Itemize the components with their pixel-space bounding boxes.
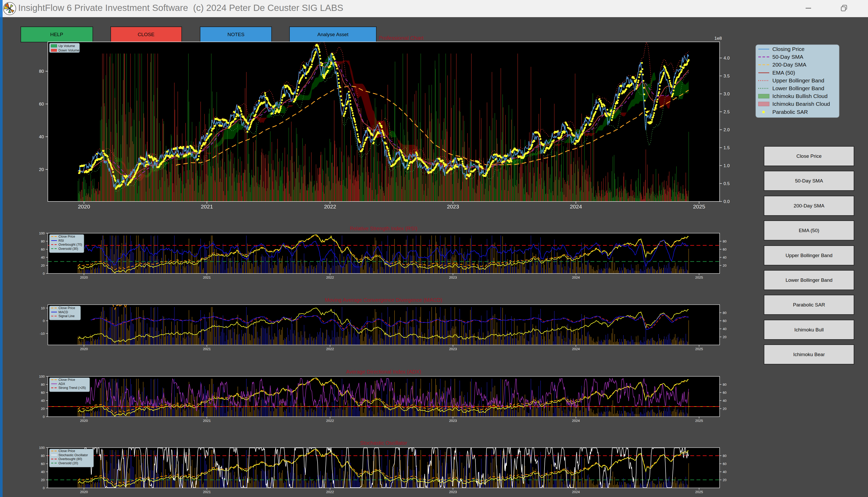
svg-text:2025: 2025 <box>695 275 703 280</box>
svg-text:200-Day SMA: 200-Day SMA <box>772 61 806 68</box>
svg-text:2024: 2024 <box>572 275 580 280</box>
svg-text:Close Price: Close Price <box>796 153 822 159</box>
svg-text:50-Day SMA: 50-Day SMA <box>772 54 803 60</box>
svg-text:2022: 2022 <box>326 419 334 423</box>
svg-text:20: 20 <box>723 478 726 482</box>
svg-text:40: 40 <box>41 399 45 403</box>
svg-text:2022: 2022 <box>326 275 334 280</box>
svg-text:2025: 2025 <box>693 203 705 210</box>
svg-text:50-Day SMA: 50-Day SMA <box>795 178 823 184</box>
svg-text:0: 0 <box>43 486 45 490</box>
svg-text:HELP: HELP <box>50 32 63 37</box>
svg-text:2021: 2021 <box>203 490 211 494</box>
svg-text:2.0: 2.0 <box>724 127 730 132</box>
svg-text:2023: 2023 <box>449 347 457 351</box>
svg-text:80: 80 <box>723 239 726 243</box>
svg-text:100: 100 <box>39 231 45 235</box>
svg-text:Lower Bollinger Band: Lower Bollinger Band <box>772 85 824 91</box>
svg-text:Close Price: Close Price <box>58 378 75 382</box>
svg-text:Parabolic SAR: Parabolic SAR <box>772 109 808 115</box>
svg-text:80: 80 <box>41 239 45 243</box>
svg-text:Overbought (70): Overbought (70) <box>58 243 82 246</box>
svg-text:Stochastic Oscillator: Stochastic Oscillator <box>360 440 407 446</box>
svg-text:40: 40 <box>723 470 726 474</box>
svg-text:0.5: 0.5 <box>724 181 730 186</box>
svg-text:Relative Strength Index (RSI): Relative Strength Index (RSI) <box>350 226 417 231</box>
svg-text:20: 20 <box>41 478 45 482</box>
svg-text:CLOSE: CLOSE <box>138 32 154 37</box>
svg-text:200-Day SMA: 200-Day SMA <box>794 203 825 209</box>
svg-text:2023: 2023 <box>449 275 457 280</box>
svg-text:10: 10 <box>41 306 45 310</box>
svg-text:Professional Chart: Professional Chart <box>379 35 424 41</box>
svg-text:Upper Bollinger Band: Upper Bollinger Band <box>786 253 833 258</box>
svg-text:Upper Bollinger Band: Upper Bollinger Band <box>772 77 824 83</box>
svg-text:InsightFlow 6 Private Investme: InsightFlow 6 Private Investment Softwar… <box>18 3 343 13</box>
svg-text:0: 0 <box>43 272 45 275</box>
svg-text:2020: 2020 <box>80 419 88 423</box>
svg-text:80: 80 <box>723 454 726 458</box>
svg-text:Ichimoku Bullish Cloud: Ichimoku Bullish Cloud <box>772 93 827 99</box>
svg-text:20: 20 <box>39 167 44 172</box>
svg-text:1.5: 1.5 <box>724 145 730 150</box>
svg-text:Average Directional Index (ADX: Average Directional Index (ADX) <box>346 369 421 374</box>
svg-text:Ichimoku Bull: Ichimoku Bull <box>794 327 824 332</box>
svg-text:60: 60 <box>723 319 726 323</box>
svg-text:60: 60 <box>41 391 45 395</box>
svg-text:100: 100 <box>39 446 45 450</box>
svg-text:2020: 2020 <box>80 347 88 351</box>
svg-text:2023: 2023 <box>447 203 459 210</box>
svg-text:40: 40 <box>41 256 45 259</box>
svg-text:60: 60 <box>41 462 45 466</box>
svg-text:2020: 2020 <box>80 490 88 494</box>
svg-text:2021: 2021 <box>203 275 211 280</box>
svg-text:40: 40 <box>41 470 45 474</box>
svg-text:20: 20 <box>723 264 726 268</box>
svg-text:60: 60 <box>41 247 45 251</box>
svg-text:20: 20 <box>41 407 45 411</box>
svg-text:Close Price: Close Price <box>58 306 75 310</box>
svg-text:60: 60 <box>723 247 726 251</box>
svg-text:80: 80 <box>39 69 44 74</box>
svg-text:3.0: 3.0 <box>724 91 730 97</box>
svg-text:80: 80 <box>723 383 726 386</box>
svg-text:40: 40 <box>39 134 44 139</box>
svg-text:40: 40 <box>723 256 726 259</box>
svg-text:2021: 2021 <box>203 347 211 351</box>
svg-text:Overbought (80): Overbought (80) <box>58 457 82 461</box>
svg-text:EMA (50): EMA (50) <box>772 70 795 76</box>
svg-text:2023: 2023 <box>449 419 457 423</box>
svg-text:1.0: 1.0 <box>724 163 730 168</box>
svg-text:20: 20 <box>723 335 726 339</box>
svg-text:2022: 2022 <box>324 203 336 210</box>
svg-text:3.5: 3.5 <box>724 74 730 79</box>
svg-text:60: 60 <box>723 462 726 466</box>
svg-text:0: 0 <box>43 415 45 419</box>
svg-text:Ichimoku Bearish Cloud: Ichimoku Bearish Cloud <box>772 101 830 107</box>
svg-text:Parabolic SAR: Parabolic SAR <box>793 302 825 308</box>
svg-text:2024: 2024 <box>572 490 580 494</box>
svg-text:MACD: MACD <box>58 310 68 314</box>
svg-text:Stochastic Oscillator: Stochastic Oscillator <box>58 453 88 457</box>
svg-text:2021: 2021 <box>201 203 213 210</box>
svg-text:2024: 2024 <box>572 347 580 351</box>
svg-text:60: 60 <box>39 102 44 106</box>
svg-text:60: 60 <box>723 391 726 395</box>
svg-text:2020: 2020 <box>80 275 88 280</box>
svg-text:Strong Trend (>25): Strong Trend (>25) <box>58 386 86 389</box>
svg-text:NOTES: NOTES <box>227 32 244 37</box>
svg-text:80: 80 <box>41 383 45 386</box>
svg-text:20: 20 <box>41 264 45 268</box>
svg-text:Lower Bollinger Band: Lower Bollinger Band <box>786 278 833 283</box>
svg-text:2024: 2024 <box>570 203 582 210</box>
svg-text:2022: 2022 <box>326 490 334 494</box>
svg-text:Close Price: Close Price <box>58 449 75 453</box>
svg-text:40: 40 <box>723 399 726 403</box>
svg-text:20: 20 <box>723 407 726 411</box>
svg-text:Ichimoku Bear: Ichimoku Bear <box>793 352 825 357</box>
svg-text:Moving Average Convergence Div: Moving Average Convergence Divergence (M… <box>325 297 442 303</box>
svg-text:Up Volume: Up Volume <box>58 44 75 48</box>
svg-text:2025: 2025 <box>695 490 703 494</box>
svg-text:1e8: 1e8 <box>714 36 722 41</box>
svg-text:-10: -10 <box>40 332 45 336</box>
